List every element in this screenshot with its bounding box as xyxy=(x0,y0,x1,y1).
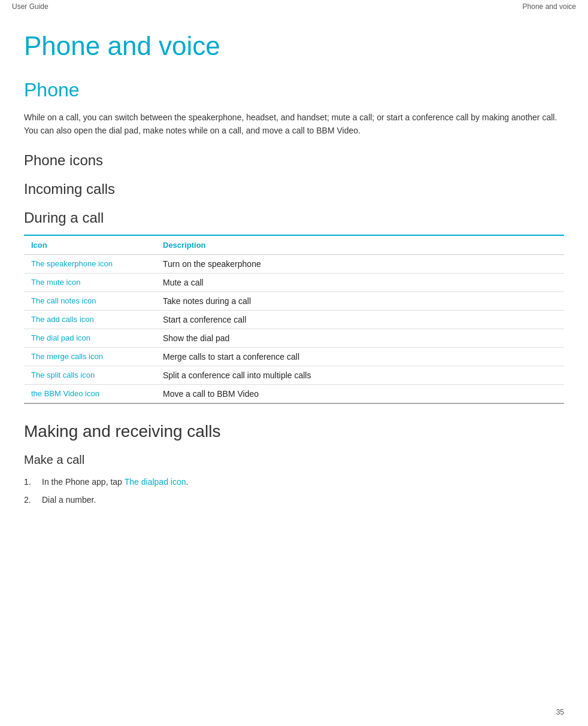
page-content: Phone and voice Phone While on a call, y… xyxy=(0,13,588,536)
table-cell-description: Move a call to BBM Video xyxy=(156,384,564,403)
table-cell-icon: The split calls icon xyxy=(24,366,156,384)
header-bar: User Guide Phone and voice xyxy=(0,0,588,13)
header-right: Phone and voice xyxy=(523,2,576,11)
table-row: The split calls iconSplit a conference c… xyxy=(24,366,564,384)
table-cell-icon: The speakerphone icon xyxy=(24,254,156,273)
table-row: The mute iconMute a call xyxy=(24,273,564,291)
during-call-title: During a call xyxy=(24,209,564,226)
step-number: 1. xyxy=(24,475,42,488)
incoming-calls-title: Incoming calls xyxy=(24,181,564,198)
table-cell-icon: The merge calls icon xyxy=(24,347,156,366)
table-col-icon: Icon xyxy=(24,235,156,255)
header-left: User Guide xyxy=(12,2,49,11)
table-cell-description: Show the dial pad xyxy=(156,329,564,347)
table-cell-description: Mute a call xyxy=(156,273,564,291)
table-cell-icon: the BBM Video icon xyxy=(24,384,156,403)
table-row: The merge calls iconMerge calls to start… xyxy=(24,347,564,366)
table-cell-description: Start a conference call xyxy=(156,310,564,329)
table-cell-description: Merge calls to start a conference call xyxy=(156,347,564,366)
table-cell-icon: The mute icon xyxy=(24,273,156,291)
table-row: The speakerphone iconTurn on the speaker… xyxy=(24,254,564,273)
step-number: 2. xyxy=(24,493,42,506)
table-row: the BBM Video iconMove a call to BBM Vid… xyxy=(24,384,564,403)
step-item: 2.Dial a number. xyxy=(24,493,564,506)
during-call-table: Icon Description The speakerphone iconTu… xyxy=(24,235,564,404)
phone-icons-title: Phone icons xyxy=(24,152,564,169)
phone-section-title: Phone xyxy=(24,79,564,101)
table-cell-description: Take notes during a call xyxy=(156,291,564,310)
making-receiving-title: Making and receiving calls xyxy=(24,422,564,441)
inline-link[interactable]: The dialpad icon xyxy=(125,475,186,488)
page-number: 35 xyxy=(556,708,564,716)
table-cell-description: Turn on the speakerphone xyxy=(156,254,564,273)
page-title: Phone and voice xyxy=(24,31,564,61)
table-row: The dial pad iconShow the dial pad xyxy=(24,329,564,347)
step-item: 1.In the Phone app, tap The dialpad icon… xyxy=(24,475,564,488)
table-row: The add calls iconStart a conference cal… xyxy=(24,310,564,329)
table-cell-icon: The dial pad icon xyxy=(24,329,156,347)
phone-body-text: While on a call, you can switch between … xyxy=(24,111,564,138)
make-call-steps: 1.In the Phone app, tap The dialpad icon… xyxy=(24,475,564,507)
table-cell-description: Split a conference call into multiple ca… xyxy=(156,366,564,384)
table-col-desc: Description xyxy=(156,235,564,255)
table-cell-icon: The call notes icon xyxy=(24,291,156,310)
make-call-title: Make a call xyxy=(24,453,564,467)
table-row: The call notes iconTake notes during a c… xyxy=(24,291,564,310)
table-cell-icon: The add calls icon xyxy=(24,310,156,329)
